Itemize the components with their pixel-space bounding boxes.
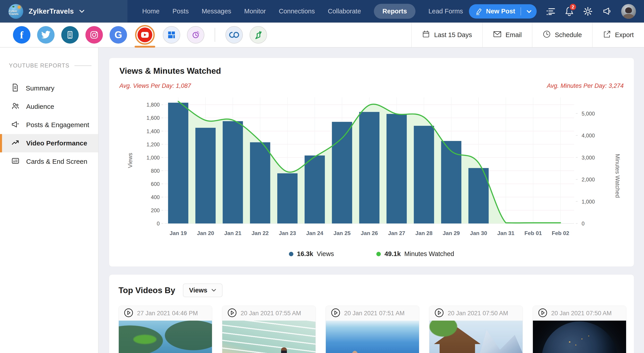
video-publish-date: 27 Jan 2021 04:46 PM: [137, 310, 198, 317]
legend-minutes-watched[interactable]: 49.1kMinutes Watched: [376, 250, 454, 258]
svg-text:1,000: 1,000: [582, 199, 595, 205]
brand-logo-text: Zylker Travels: [8, 9, 23, 15]
channel-facebook-icon[interactable]: f: [13, 22, 30, 47]
svg-text:Views: Views: [127, 153, 133, 168]
channel-zoho-crm-icon[interactable]: [226, 22, 243, 47]
new-post-button[interactable]: New Post: [469, 4, 537, 18]
video-play-icon: [538, 308, 548, 319]
channel-instagram-icon[interactable]: [86, 22, 103, 47]
thumbnail-art: [222, 321, 316, 353]
activity-list-button[interactable]: [546, 7, 556, 16]
schedule-button[interactable]: Schedule: [532, 22, 592, 47]
video-thumbnail-earth-at-night[interactable]: [533, 321, 626, 353]
svg-text:Jan 20: Jan 20: [197, 230, 214, 236]
svg-text:Jan 24: Jan 24: [306, 230, 323, 236]
last-15-days-button[interactable]: Last 15 Days: [411, 22, 482, 47]
email-button[interactable]: Email: [482, 22, 532, 47]
video-publish-date: 20 Jan 2021 07:50 AM: [448, 310, 508, 317]
video-cards-row: 27 Jan 2021 04:46 PM20 Jan 2021 07:55 AM…: [118, 306, 624, 353]
channel-list: fG: [0, 22, 267, 47]
channel-bar: fG Last 15 DaysEmailScheduleExport: [0, 22, 644, 47]
brand-logo: Zylker Travels: [8, 4, 23, 19]
report-actions: Last 15 DaysEmailScheduleExport: [411, 22, 644, 47]
video-card-header: 20 Jan 2021 07:50 AM: [429, 306, 522, 321]
sidebar-item-cards-end-screen[interactable]: Cards & End Screen: [0, 152, 98, 171]
video-play-icon: [124, 308, 134, 319]
megaphone-icon: [602, 7, 612, 16]
nav-item-home[interactable]: Home: [142, 7, 160, 15]
nav-item-posts[interactable]: Posts: [172, 7, 189, 15]
chevron-down-icon: [211, 289, 216, 292]
channel-divider: [215, 28, 215, 42]
nav-item-monitor[interactable]: Monitor: [244, 7, 266, 15]
video-card[interactable]: 20 Jan 2021 07:50 AM: [429, 306, 523, 353]
channel-linkedin-company-icon[interactable]: [61, 22, 79, 47]
svg-text:1,400: 1,400: [146, 128, 160, 134]
nav-item-reports[interactable]: Reports: [374, 4, 416, 19]
video-card-header: 20 Jan 2021 07:51 AM: [326, 306, 419, 321]
channel-timer-icon[interactable]: [187, 22, 204, 47]
thumbnail-art: [128, 333, 162, 346]
sidebar-item-video-performance[interactable]: Video Performance: [0, 134, 98, 152]
notifications-button[interactable]: 2: [565, 6, 574, 16]
user-avatar[interactable]: [621, 4, 636, 19]
top-videos-filter-dropdown[interactable]: Views: [183, 284, 223, 297]
chart-title: Views & Minutes Watched: [120, 66, 624, 76]
video-thumbnail-beach-waves-walker[interactable]: [222, 321, 316, 353]
top-videos-card: Top Videos By Views 27 Jan 2021 04:46 PM…: [109, 274, 634, 353]
channel-zoho-desk-icon[interactable]: [250, 22, 267, 47]
video-thumbnail-alpine-chalet[interactable]: [429, 321, 522, 353]
sidebar-item-audience[interactable]: Audience: [0, 97, 98, 116]
video-card-header: 27 Jan 2021 04:46 PM: [119, 306, 212, 321]
top-nav: Zylker Travels ZylkerTravels HomePostsMe…: [0, 0, 644, 22]
svg-text:600: 600: [151, 181, 160, 187]
thumbnail-art: [351, 351, 359, 353]
video-thumbnail-woman-facing-ocean[interactable]: [326, 321, 419, 353]
nav-item-connections[interactable]: Connections: [279, 7, 315, 15]
video-card[interactable]: 20 Jan 2021 07:51 AM: [326, 306, 419, 353]
channel-twitter-icon[interactable]: [37, 22, 54, 47]
video-card[interactable]: 27 Jan 2021 04:46 PM: [118, 306, 212, 353]
palm-tree-icon: [12, 5, 15, 8]
svg-text:Feb 01: Feb 01: [524, 230, 542, 236]
svg-text:Feb 02: Feb 02: [552, 230, 569, 236]
settings-button[interactable]: [583, 7, 592, 16]
video-thumbnail-green-islands-coast[interactable]: [119, 321, 212, 353]
video-play-icon: [227, 308, 237, 319]
svg-text:Jan 21: Jan 21: [224, 230, 242, 236]
video-card[interactable]: 20 Jan 2021 07:55 AM: [222, 306, 316, 353]
svg-text:Jan 28: Jan 28: [416, 230, 433, 236]
trend-icon: [11, 138, 20, 148]
brand-switcher[interactable]: Zylker Travels ZylkerTravels: [0, 0, 128, 22]
video-publish-date: 20 Jan 2021 07:55 AM: [240, 310, 301, 317]
views-minutes-card: Views & Minutes Watched Avg. Views Per D…: [109, 58, 634, 267]
export-button[interactable]: Export: [592, 22, 644, 47]
legend-dot: [289, 252, 294, 256]
thumbnail-art: [281, 348, 287, 353]
channel-dashboard-grid-icon[interactable]: [163, 22, 180, 47]
nav-item-messages[interactable]: Messages: [202, 7, 231, 15]
thumbnail-art: [542, 322, 618, 353]
announcements-button[interactable]: [602, 7, 612, 16]
main-nav: HomePostsMessagesMonitorConnectionsColla…: [142, 4, 463, 19]
legend-views[interactable]: 16.3kViews: [289, 250, 334, 258]
video-publish-date: 20 Jan 2021 07:50 AM: [551, 310, 612, 317]
svg-text:400: 400: [151, 194, 160, 200]
megaphone-icon: [11, 120, 20, 130]
avg-row: Avg. Views Per Day: 1,087 Avg. Minutes P…: [120, 82, 624, 89]
sun-icon: [18, 6, 20, 8]
avg-minutes-note: Avg. Minutes Per Day: 3,274: [547, 82, 624, 89]
sidebar-item-posts-engagement[interactable]: Posts & Engagement: [0, 116, 98, 134]
top-videos-title: Top Videos By: [118, 286, 175, 295]
svg-text:Minutes Watched: Minutes Watched: [614, 154, 621, 198]
new-post-dropdown-chevron-icon[interactable]: [524, 7, 534, 16]
video-card-header: 20 Jan 2021 07:55 AM: [222, 306, 316, 321]
svg-text:Jan 22: Jan 22: [252, 230, 269, 236]
sidebar-item-summary[interactable]: Summary: [0, 79, 98, 97]
cards-icon: [11, 157, 20, 167]
nav-item-collaborate[interactable]: Collaborate: [328, 7, 361, 15]
channel-google-my-business-icon[interactable]: G: [110, 22, 127, 47]
channel-youtube-icon[interactable]: [134, 22, 156, 47]
video-card[interactable]: 20 Jan 2021 07:50 AM: [533, 306, 626, 353]
nav-item-lead-forms[interactable]: Lead Forms: [428, 7, 463, 15]
